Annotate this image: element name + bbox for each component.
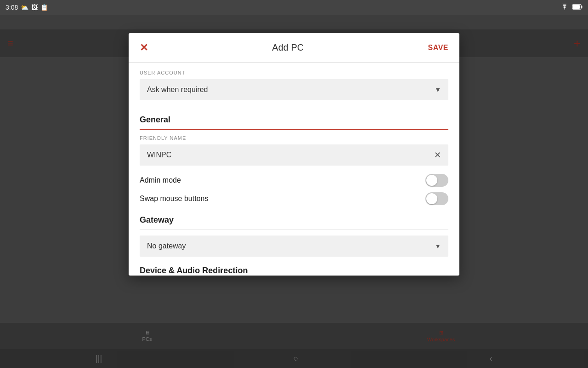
friendly-name-row: ✕ <box>140 144 448 166</box>
swap-mouse-toggle-knob <box>426 193 437 204</box>
time-display: 3:08 <box>6 4 18 11</box>
friendly-name-input[interactable] <box>145 144 432 166</box>
gateway-heading-text: Gateway <box>140 215 448 230</box>
modal-overlay: ✕ Add PC SAVE USER ACCOUNT Ask when requ… <box>0 15 588 368</box>
photo-icon: 🖼 <box>31 4 38 11</box>
gateway-dropdown-arrow: ▼ <box>435 242 441 250</box>
gateway-select[interactable]: No gateway ▼ <box>140 236 448 257</box>
status-bar-left: 3:08 ⛅ 🖼 📋 <box>6 4 48 11</box>
user-account-select[interactable]: Ask when required ▼ <box>140 79 448 100</box>
add-pc-modal: ✕ Add PC SAVE USER ACCOUNT Ask when requ… <box>129 33 459 276</box>
weather-icon: ⛅ <box>21 4 28 11</box>
user-account-dropdown-arrow: ▼ <box>435 86 441 93</box>
gateway-section-heading: Gateway <box>129 208 459 230</box>
modal-close-button[interactable]: ✕ <box>140 42 148 54</box>
user-account-section: USER ACCOUNT Ask when required ▼ <box>129 63 459 108</box>
friendly-name-clear-button[interactable]: ✕ <box>432 148 443 162</box>
general-heading-text: General <box>140 115 448 130</box>
device-audio-heading-text: Device & Audio Redirection <box>140 266 448 276</box>
admin-mode-toggle-knob <box>426 175 437 186</box>
device-audio-section: Device & Audio Redirection <box>129 257 459 276</box>
admin-mode-toggle[interactable] <box>425 174 448 187</box>
battery-icon <box>572 4 582 11</box>
swap-mouse-label: Swap mouse buttons <box>140 195 208 203</box>
friendly-name-label: FRIENDLY NAME <box>140 135 448 141</box>
gateway-value: No gateway <box>147 242 186 250</box>
general-section-heading: General <box>129 108 459 130</box>
friendly-name-wrapper: FRIENDLY NAME ✕ <box>129 130 459 171</box>
svg-rect-2 <box>582 6 582 8</box>
status-bar: 3:08 ⛅ 🖼 📋 <box>0 0 588 15</box>
wifi-icon <box>560 4 569 12</box>
status-bar-right <box>560 4 582 12</box>
gateway-select-wrapper: No gateway ▼ <box>140 236 448 257</box>
user-account-label: USER ACCOUNT <box>140 70 448 75</box>
swap-mouse-toggle[interactable] <box>425 192 448 205</box>
admin-mode-row: Admin mode <box>129 171 459 190</box>
user-account-value: Ask when required <box>147 86 208 94</box>
modal-header: ✕ Add PC SAVE <box>129 33 459 63</box>
admin-mode-label: Admin mode <box>140 176 181 184</box>
modal-save-button[interactable]: SAVE <box>428 44 448 52</box>
modal-title: Add PC <box>272 42 304 53</box>
svg-rect-1 <box>573 5 580 9</box>
swap-mouse-row: Swap mouse buttons <box>129 190 459 208</box>
modal-body: USER ACCOUNT Ask when required ▼ General… <box>129 63 459 276</box>
notification-icon: 📋 <box>40 4 48 11</box>
